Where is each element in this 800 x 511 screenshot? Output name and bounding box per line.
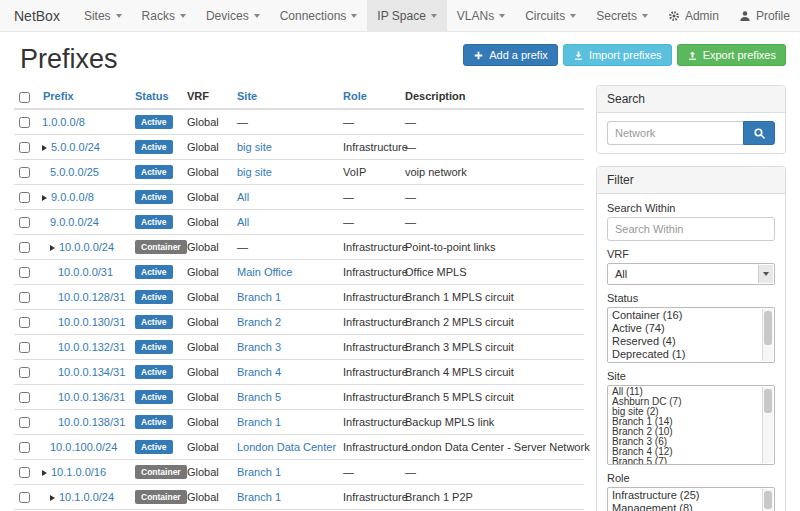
prefix-link[interactable]: 10.1.0.0/24: [59, 491, 114, 503]
row-checkbox[interactable]: [19, 392, 30, 403]
site-link[interactable]: London Data Center: [237, 441, 336, 453]
nav-admin[interactable]: Admin: [658, 0, 729, 31]
row-checkbox[interactable]: [19, 467, 30, 478]
prefix-wrap: 10.0.0.0/24: [50, 241, 114, 253]
row-checkbox[interactable]: [19, 367, 30, 378]
site-link[interactable]: Branch 1: [237, 466, 281, 478]
nav-item-devices[interactable]: Devices: [196, 0, 270, 31]
scrollbar-track: [762, 309, 773, 361]
search-input[interactable]: [607, 121, 743, 145]
prefix-link[interactable]: 10.1.0.0/16: [51, 466, 106, 478]
nav-item-ip-space[interactable]: IP Space: [367, 0, 446, 31]
column-sort-link[interactable]: Prefix: [43, 90, 74, 102]
brand-logo[interactable]: NetBox: [0, 0, 74, 31]
role-option[interactable]: Management (8): [609, 502, 760, 511]
row-checkbox[interactable]: [19, 267, 30, 278]
select-all-checkbox[interactable]: [19, 92, 30, 103]
nav-item-vlans[interactable]: VLANs: [447, 0, 515, 31]
row-checkbox[interactable]: [19, 167, 30, 178]
site-link[interactable]: Branch 1: [237, 416, 281, 428]
netbox-prefixes-page: NetBox SitesRacksDevicesConnectionsIP Sp…: [0, 0, 800, 511]
nav-item-racks[interactable]: Racks: [132, 0, 196, 31]
site-link[interactable]: Branch 4: [237, 366, 281, 378]
prefix-cell: 10.1.0.0/24: [38, 484, 130, 509]
prefix-link[interactable]: 5.0.0.0/24: [51, 141, 100, 153]
site-cell: London Data Center: [232, 434, 338, 459]
prefix-link[interactable]: 10.0.0.134/31: [58, 366, 125, 378]
prefix-link[interactable]: 9.0.0.0/8: [51, 191, 94, 203]
prefix-link[interactable]: 10.0.0.136/31: [58, 391, 125, 403]
prefix-link[interactable]: 5.0.0.0/25: [50, 166, 99, 178]
column-sort-link[interactable]: Role: [343, 90, 367, 102]
site-link[interactable]: Branch 3: [237, 341, 281, 353]
nav-profile[interactable]: Profile: [729, 0, 800, 31]
vrf-cell: Global: [182, 384, 232, 409]
nav-item-sites[interactable]: Sites: [74, 0, 132, 31]
site-link[interactable]: Branch 5: [237, 391, 281, 403]
vrf-select[interactable]: All: [607, 263, 775, 285]
nav-item-secrets[interactable]: Secrets: [586, 0, 658, 31]
site-option[interactable]: Branch 2 (10): [609, 427, 760, 437]
site-link[interactable]: All: [237, 216, 249, 228]
site-option[interactable]: Branch 4 (12): [609, 447, 760, 457]
prefix-table-container: PrefixStatusVRFSiteRoleDescription 1.0.0…: [14, 85, 584, 511]
site-option[interactable]: Branch 5 (7): [609, 457, 760, 465]
site-link[interactable]: Branch 1: [237, 291, 281, 303]
row-checkbox[interactable]: [19, 342, 30, 353]
status-listbox[interactable]: Container (16)Active (74)Reserved (4)Dep…: [607, 307, 775, 363]
row-checkbox[interactable]: [19, 142, 30, 153]
site-option[interactable]: All (11): [609, 387, 760, 397]
prefix-link[interactable]: 10.0.0.130/31: [58, 316, 125, 328]
site-link[interactable]: big site: [237, 166, 272, 178]
search-button[interactable]: [743, 121, 775, 145]
status-option[interactable]: Reserved (4): [609, 335, 760, 348]
nav-item-connections[interactable]: Connections: [270, 0, 368, 31]
add-prefix-button[interactable]: Add a prefix: [463, 44, 558, 66]
prefix-link[interactable]: 10.0.0.0/24: [59, 241, 114, 253]
site-option[interactable]: Ashburn DC (7): [609, 397, 760, 407]
row-checkbox[interactable]: [19, 217, 30, 228]
site-link[interactable]: big site: [237, 141, 272, 153]
scrollbar-thumb[interactable]: [764, 389, 772, 413]
prefix-link[interactable]: 10.0.0.132/31: [58, 341, 125, 353]
scrollbar-thumb[interactable]: [764, 311, 772, 345]
site-option[interactable]: Branch 1 (14): [609, 417, 760, 427]
import-prefixes-button[interactable]: Import prefixes: [563, 44, 672, 66]
site-listbox[interactable]: All (11)Ashburn DC (7)big site (2)Branch…: [607, 385, 775, 465]
row-checkbox[interactable]: [19, 417, 30, 428]
row-checkbox[interactable]: [19, 292, 30, 303]
row-checkbox[interactable]: [19, 442, 30, 453]
role-option[interactable]: Infrastructure (25): [609, 489, 760, 502]
row-checkbox[interactable]: [19, 117, 30, 128]
row-checkbox[interactable]: [19, 317, 30, 328]
site-link[interactable]: Branch 2: [237, 316, 281, 328]
site-cell: Branch 1: [232, 284, 338, 309]
nav-item-label: VLANs: [457, 9, 494, 23]
site-option[interactable]: big site (2): [609, 407, 760, 417]
row-checkbox[interactable]: [19, 192, 30, 203]
site-link[interactable]: Branch 1: [237, 491, 281, 503]
role-listbox[interactable]: Infrastructure (25)Management (8)Private…: [607, 487, 775, 511]
column-sort-link[interactable]: Site: [237, 90, 257, 102]
status-option[interactable]: Active (74): [609, 322, 760, 335]
row-checkbox[interactable]: [19, 242, 30, 253]
nav-item-circuits[interactable]: Circuits: [515, 0, 586, 31]
prefix-link[interactable]: 10.0.0.0/31: [58, 266, 113, 278]
prefix-link[interactable]: 10.0.0.128/31: [58, 291, 125, 303]
site-option[interactable]: Branch 3 (6): [609, 437, 760, 447]
scrollbar-thumb[interactable]: [764, 491, 772, 509]
prefix-link[interactable]: 10.0.100.0/24: [50, 441, 117, 453]
prefix-link[interactable]: 1.0.0.0/8: [42, 116, 85, 128]
prefix-link[interactable]: 10.0.0.138/31: [58, 416, 125, 428]
search-within-input[interactable]: [607, 217, 775, 241]
site-link[interactable]: All: [237, 191, 249, 203]
prefix-link[interactable]: 9.0.0.0/24: [50, 216, 99, 228]
status-option[interactable]: Container (16): [609, 309, 760, 322]
column-sort-link[interactable]: Status: [135, 90, 169, 102]
export-prefixes-button[interactable]: Export prefixes: [677, 44, 786, 66]
prefix-cell: 10.0.0.132/31: [38, 334, 130, 359]
site-link[interactable]: Main Office: [237, 266, 292, 278]
role-cell: —: [338, 209, 400, 234]
row-checkbox[interactable]: [19, 492, 30, 503]
status-option[interactable]: Deprecated (1): [609, 348, 760, 361]
